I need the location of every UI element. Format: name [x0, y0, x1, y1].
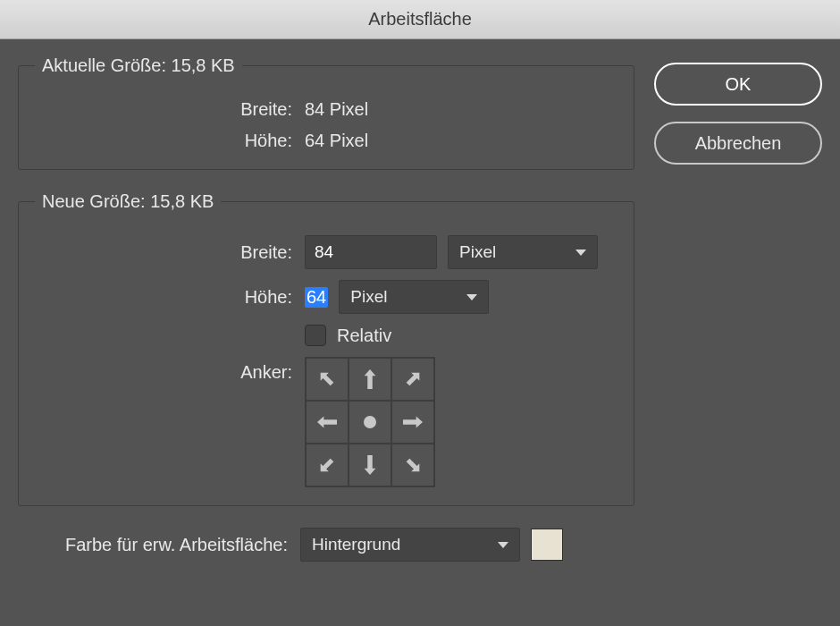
- new-height-input[interactable]: 64: [305, 287, 328, 308]
- new-height-unit-value: Pixel: [350, 287, 387, 307]
- ok-button[interactable]: OK: [654, 63, 822, 106]
- cancel-button[interactable]: Abbrechen: [654, 122, 822, 165]
- current-height-value: 64 Pixel: [305, 131, 368, 151]
- anchor-label: Anker:: [35, 357, 294, 383]
- extension-color-label: Farbe für erw. Arbeitsfläche:: [18, 535, 290, 555]
- anchor-ne-button[interactable]: [391, 358, 434, 401]
- anchor-w-button[interactable]: [306, 401, 349, 444]
- new-size-group: Neue Größe: 15,8 KB Breite: Pixel Höhe: …: [18, 191, 634, 506]
- anchor-center-button[interactable]: [349, 401, 391, 444]
- anchor-s-button[interactable]: [349, 444, 391, 486]
- dialog-titlebar: Arbeitsfläche: [0, 0, 840, 39]
- new-height-label: Höhe:: [35, 287, 294, 308]
- relative-label: Relativ: [337, 326, 391, 346]
- anchor-nw-button[interactable]: [306, 358, 349, 401]
- new-height-value-text: 64: [305, 287, 328, 308]
- chevron-down-icon: [498, 542, 508, 548]
- relative-checkbox[interactable]: [305, 325, 326, 346]
- current-size-legend: Aktuelle Größe: 15,8 KB: [35, 55, 242, 76]
- extension-color-value: Hintergrund: [312, 535, 400, 554]
- current-size-group: Aktuelle Größe: 15,8 KB Breite: 84 Pixel…: [18, 55, 634, 170]
- current-height-label: Höhe:: [35, 131, 294, 151]
- current-width-value: 84 Pixel: [305, 99, 368, 120]
- anchor-grid: [305, 357, 435, 487]
- dialog-title: Arbeitsfläche: [368, 9, 472, 30]
- new-size-legend: Neue Größe: 15,8 KB: [35, 191, 221, 212]
- new-height-unit-select[interactable]: Pixel: [339, 280, 489, 314]
- extension-color-swatch[interactable]: [531, 529, 563, 561]
- anchor-sw-button[interactable]: [306, 444, 349, 486]
- anchor-center-icon: [364, 416, 376, 428]
- new-width-input[interactable]: [305, 235, 437, 269]
- anchor-n-button[interactable]: [349, 358, 391, 401]
- new-width-label: Breite:: [35, 242, 294, 263]
- chevron-down-icon: [575, 250, 586, 256]
- anchor-e-button[interactable]: [391, 401, 434, 444]
- anchor-se-button[interactable]: [391, 444, 434, 486]
- current-width-label: Breite:: [35, 99, 294, 120]
- new-width-unit-value: Pixel: [459, 242, 496, 262]
- extension-color-select[interactable]: Hintergrund: [300, 528, 520, 562]
- new-width-unit-select[interactable]: Pixel: [448, 235, 598, 269]
- chevron-down-icon: [466, 294, 477, 300]
